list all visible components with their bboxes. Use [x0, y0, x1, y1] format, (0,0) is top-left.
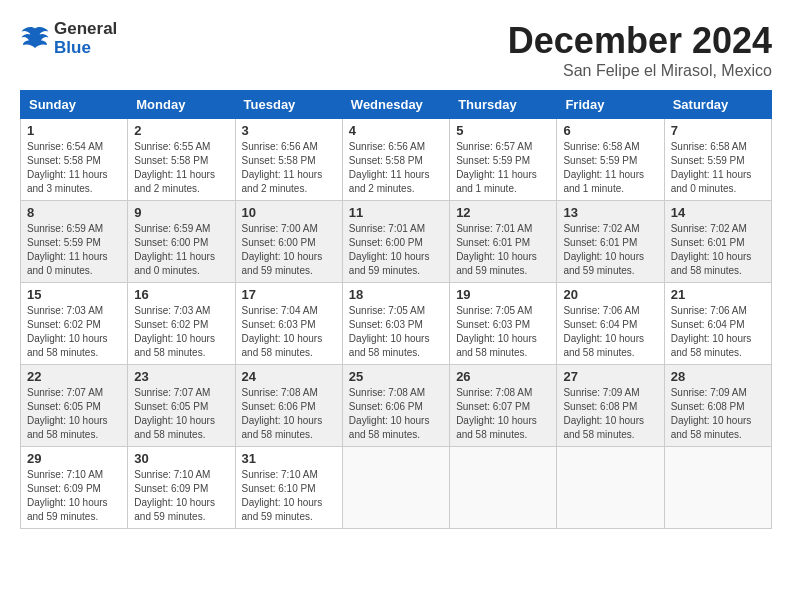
day-info: Sunrise: 7:10 AMSunset: 6:09 PMDaylight:…: [134, 468, 228, 524]
weekday-header-friday: Friday: [557, 91, 664, 119]
calendar-cell: 1Sunrise: 6:54 AMSunset: 5:58 PMDaylight…: [21, 119, 128, 201]
day-number: 13: [563, 205, 657, 220]
day-number: 5: [456, 123, 550, 138]
week-row-3: 15Sunrise: 7:03 AMSunset: 6:02 PMDayligh…: [21, 283, 772, 365]
day-number: 22: [27, 369, 121, 384]
calendar-cell: [664, 447, 771, 529]
calendar-cell: 9Sunrise: 6:59 AMSunset: 6:00 PMDaylight…: [128, 201, 235, 283]
day-number: 9: [134, 205, 228, 220]
day-number: 23: [134, 369, 228, 384]
weekday-header-wednesday: Wednesday: [342, 91, 449, 119]
day-number: 17: [242, 287, 336, 302]
day-info: Sunrise: 7:06 AMSunset: 6:04 PMDaylight:…: [671, 304, 765, 360]
day-number: 15: [27, 287, 121, 302]
day-number: 1: [27, 123, 121, 138]
day-info: Sunrise: 7:04 AMSunset: 6:03 PMDaylight:…: [242, 304, 336, 360]
calendar-cell: 30Sunrise: 7:10 AMSunset: 6:09 PMDayligh…: [128, 447, 235, 529]
day-info: Sunrise: 7:06 AMSunset: 6:04 PMDaylight:…: [563, 304, 657, 360]
day-number: 21: [671, 287, 765, 302]
day-info: Sunrise: 7:07 AMSunset: 6:05 PMDaylight:…: [134, 386, 228, 442]
day-number: 14: [671, 205, 765, 220]
calendar-cell: 11Sunrise: 7:01 AMSunset: 6:00 PMDayligh…: [342, 201, 449, 283]
calendar-cell: 26Sunrise: 7:08 AMSunset: 6:07 PMDayligh…: [450, 365, 557, 447]
day-info: Sunrise: 7:10 AMSunset: 6:10 PMDaylight:…: [242, 468, 336, 524]
calendar-cell: 19Sunrise: 7:05 AMSunset: 6:03 PMDayligh…: [450, 283, 557, 365]
calendar-cell: 4Sunrise: 6:56 AMSunset: 5:58 PMDaylight…: [342, 119, 449, 201]
logo-bird-icon: [20, 25, 50, 53]
day-info: Sunrise: 7:00 AMSunset: 6:00 PMDaylight:…: [242, 222, 336, 278]
week-row-4: 22Sunrise: 7:07 AMSunset: 6:05 PMDayligh…: [21, 365, 772, 447]
calendar-cell: 28Sunrise: 7:09 AMSunset: 6:08 PMDayligh…: [664, 365, 771, 447]
calendar-cell: [450, 447, 557, 529]
day-info: Sunrise: 7:08 AMSunset: 6:06 PMDaylight:…: [349, 386, 443, 442]
calendar-cell: 5Sunrise: 6:57 AMSunset: 5:59 PMDaylight…: [450, 119, 557, 201]
day-info: Sunrise: 7:05 AMSunset: 6:03 PMDaylight:…: [349, 304, 443, 360]
day-info: Sunrise: 7:10 AMSunset: 6:09 PMDaylight:…: [27, 468, 121, 524]
day-number: 20: [563, 287, 657, 302]
calendar-cell: 13Sunrise: 7:02 AMSunset: 6:01 PMDayligh…: [557, 201, 664, 283]
calendar-cell: 15Sunrise: 7:03 AMSunset: 6:02 PMDayligh…: [21, 283, 128, 365]
day-number: 11: [349, 205, 443, 220]
day-number: 8: [27, 205, 121, 220]
day-info: Sunrise: 7:07 AMSunset: 6:05 PMDaylight:…: [27, 386, 121, 442]
day-info: Sunrise: 6:58 AMSunset: 5:59 PMDaylight:…: [563, 140, 657, 196]
weekday-header-monday: Monday: [128, 91, 235, 119]
calendar-cell: 24Sunrise: 7:08 AMSunset: 6:06 PMDayligh…: [235, 365, 342, 447]
day-number: 31: [242, 451, 336, 466]
logo-blue: Blue: [54, 39, 117, 58]
calendar-cell: 29Sunrise: 7:10 AMSunset: 6:09 PMDayligh…: [21, 447, 128, 529]
header: General Blue December 2024 San Felipe el…: [20, 20, 772, 80]
day-number: 25: [349, 369, 443, 384]
week-row-1: 1Sunrise: 6:54 AMSunset: 5:58 PMDaylight…: [21, 119, 772, 201]
day-info: Sunrise: 7:02 AMSunset: 6:01 PMDaylight:…: [563, 222, 657, 278]
day-number: 7: [671, 123, 765, 138]
calendar-cell: 8Sunrise: 6:59 AMSunset: 5:59 PMDaylight…: [21, 201, 128, 283]
day-info: Sunrise: 7:01 AMSunset: 6:01 PMDaylight:…: [456, 222, 550, 278]
day-number: 16: [134, 287, 228, 302]
weekday-header-tuesday: Tuesday: [235, 91, 342, 119]
day-info: Sunrise: 7:02 AMSunset: 6:01 PMDaylight:…: [671, 222, 765, 278]
calendar-cell: 22Sunrise: 7:07 AMSunset: 6:05 PMDayligh…: [21, 365, 128, 447]
day-number: 24: [242, 369, 336, 384]
day-number: 10: [242, 205, 336, 220]
day-info: Sunrise: 6:56 AMSunset: 5:58 PMDaylight:…: [349, 140, 443, 196]
logo-text: General Blue: [54, 20, 117, 57]
location: San Felipe el Mirasol, Mexico: [508, 62, 772, 80]
calendar-cell: [557, 447, 664, 529]
logo-general: General: [54, 20, 117, 39]
calendar-cell: 17Sunrise: 7:04 AMSunset: 6:03 PMDayligh…: [235, 283, 342, 365]
weekday-header-sunday: Sunday: [21, 91, 128, 119]
day-info: Sunrise: 6:59 AMSunset: 6:00 PMDaylight:…: [134, 222, 228, 278]
day-number: 4: [349, 123, 443, 138]
calendar-cell: 16Sunrise: 7:03 AMSunset: 6:02 PMDayligh…: [128, 283, 235, 365]
calendar-cell: 12Sunrise: 7:01 AMSunset: 6:01 PMDayligh…: [450, 201, 557, 283]
calendar-cell: 25Sunrise: 7:08 AMSunset: 6:06 PMDayligh…: [342, 365, 449, 447]
calendar-cell: 10Sunrise: 7:00 AMSunset: 6:00 PMDayligh…: [235, 201, 342, 283]
week-row-2: 8Sunrise: 6:59 AMSunset: 5:59 PMDaylight…: [21, 201, 772, 283]
day-info: Sunrise: 6:59 AMSunset: 5:59 PMDaylight:…: [27, 222, 121, 278]
day-info: Sunrise: 6:54 AMSunset: 5:58 PMDaylight:…: [27, 140, 121, 196]
logo: General Blue: [20, 20, 117, 57]
calendar-cell: 14Sunrise: 7:02 AMSunset: 6:01 PMDayligh…: [664, 201, 771, 283]
day-number: 6: [563, 123, 657, 138]
weekday-header-saturday: Saturday: [664, 91, 771, 119]
calendar-cell: 18Sunrise: 7:05 AMSunset: 6:03 PMDayligh…: [342, 283, 449, 365]
calendar-cell: 2Sunrise: 6:55 AMSunset: 5:58 PMDaylight…: [128, 119, 235, 201]
calendar-cell: 3Sunrise: 6:56 AMSunset: 5:58 PMDaylight…: [235, 119, 342, 201]
day-info: Sunrise: 7:01 AMSunset: 6:00 PMDaylight:…: [349, 222, 443, 278]
weekday-header-thursday: Thursday: [450, 91, 557, 119]
calendar-cell: 31Sunrise: 7:10 AMSunset: 6:10 PMDayligh…: [235, 447, 342, 529]
day-info: Sunrise: 7:05 AMSunset: 6:03 PMDaylight:…: [456, 304, 550, 360]
month-title: December 2024: [508, 20, 772, 62]
week-row-5: 29Sunrise: 7:10 AMSunset: 6:09 PMDayligh…: [21, 447, 772, 529]
day-info: Sunrise: 7:03 AMSunset: 6:02 PMDaylight:…: [134, 304, 228, 360]
day-number: 30: [134, 451, 228, 466]
day-info: Sunrise: 7:03 AMSunset: 6:02 PMDaylight:…: [27, 304, 121, 360]
day-info: Sunrise: 7:09 AMSunset: 6:08 PMDaylight:…: [671, 386, 765, 442]
day-info: Sunrise: 6:55 AMSunset: 5:58 PMDaylight:…: [134, 140, 228, 196]
day-number: 12: [456, 205, 550, 220]
calendar-cell: 27Sunrise: 7:09 AMSunset: 6:08 PMDayligh…: [557, 365, 664, 447]
title-area: December 2024 San Felipe el Mirasol, Mex…: [508, 20, 772, 80]
calendar: SundayMondayTuesdayWednesdayThursdayFrid…: [20, 90, 772, 529]
calendar-cell: 6Sunrise: 6:58 AMSunset: 5:59 PMDaylight…: [557, 119, 664, 201]
